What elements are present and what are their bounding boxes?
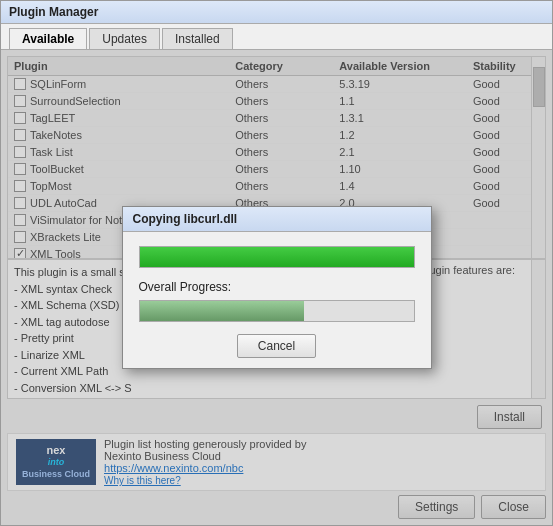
content-area: Plugin Category Available Version Stabil… [1,50,552,525]
file-progress-fill [140,247,414,267]
tab-installed[interactable]: Installed [162,28,233,49]
modal-overlay: Copying libcurl.dll Overall Progress: Ca… [1,50,552,525]
plugin-manager-window: Plugin Manager Available Updates Install… [0,0,553,526]
overall-progress-fill [140,301,304,321]
modal-body: Overall Progress: Cancel [123,232,431,368]
window-title: Plugin Manager [9,5,98,19]
tabs-bar: Available Updates Installed [1,24,552,50]
modal-title: Copying libcurl.dll [123,207,431,232]
tab-available[interactable]: Available [9,28,87,49]
overall-label: Overall Progress: [139,280,415,294]
file-progress-bar [139,246,415,268]
tab-updates[interactable]: Updates [89,28,160,49]
overall-progress-bar [139,300,415,322]
cancel-button[interactable]: Cancel [237,334,316,358]
cancel-row: Cancel [139,334,415,358]
title-bar: Plugin Manager [1,1,552,24]
modal-dialog: Copying libcurl.dll Overall Progress: Ca… [122,206,432,369]
